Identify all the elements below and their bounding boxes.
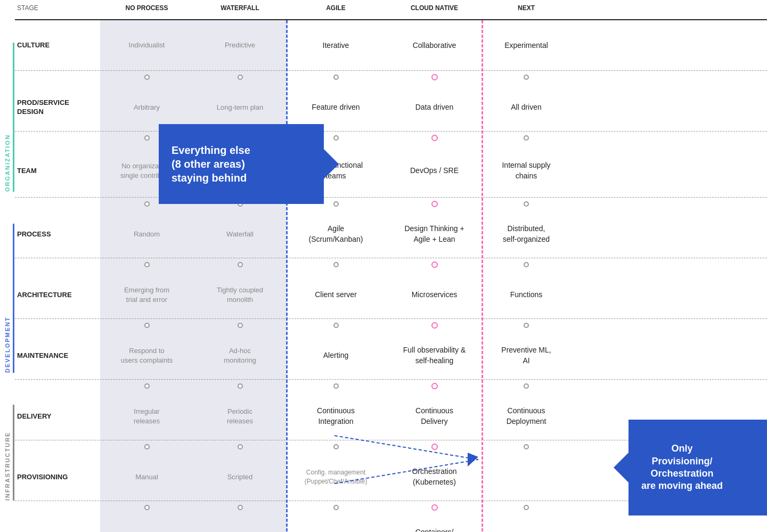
- maint-cloud-native: Full observability &self-healing: [385, 341, 484, 370]
- culture-label: CULTURE: [15, 37, 100, 54]
- next-header: NEXT: [484, 0, 569, 16]
- prod-service-label: PROD/SERVICEDESIGN: [15, 94, 100, 121]
- prod-cloud-native: Data driven: [385, 98, 484, 117]
- popup-left-line3: staying behind: [172, 171, 250, 185]
- side-label-development: DEVELOPMENT: [4, 224, 14, 373]
- prov-waterfall: Scripted: [193, 468, 287, 486]
- prov-agile: Config. management(Puppet/Chef/Ansible): [287, 464, 385, 490]
- team-cloud-native: DevOps / SRE: [385, 161, 484, 181]
- delivery-next: ContinuousDeployment: [484, 402, 569, 431]
- maint-agile: Alerting: [287, 346, 385, 365]
- dot-row-6: [15, 380, 767, 392]
- prod-waterfall: Long-term plan: [193, 99, 287, 117]
- architecture-label: ARCHITECTURE: [15, 287, 100, 304]
- cloud-native-divider-line: [482, 20, 483, 532]
- dot-row-4: [15, 258, 767, 271]
- delivery-agile: ContinuousIntegration: [287, 402, 385, 431]
- prov-cloud-native: Orchestration(Kubernetes): [385, 462, 484, 492]
- delivery-label: DELIVERY: [15, 408, 100, 425]
- maintenance-row: MAINTENANCE Respond tousers complaints A…: [15, 332, 767, 380]
- delivery-cloud-native: ContinuousDelivery: [385, 402, 484, 431]
- arch-agile: Client server: [287, 285, 385, 305]
- prov-next: [484, 473, 569, 481]
- process-next: Distributed,self-organized: [484, 219, 569, 249]
- process-waterfall: Waterfall: [193, 225, 287, 243]
- popup-left-line1: Everything else: [172, 143, 250, 157]
- stage-header: Stage: [15, 0, 100, 16]
- delivery-no-process: Irregularreleases: [100, 403, 193, 430]
- infra-waterfall: Multiple servers: [193, 529, 287, 532]
- process-cloud-native: Design Thinking +Agile + Lean: [385, 219, 484, 249]
- waterfall-header: WATERFALL: [193, 0, 287, 16]
- side-label-infrastructure: INFRASTRUCTURE: [4, 405, 14, 501]
- arch-no-process: Emerging fromtrial and error: [100, 281, 193, 309]
- agile-divider-line: [286, 20, 288, 532]
- prod-agile: Feature driven: [287, 98, 385, 117]
- only-provisioning-popup: Only Provisioning/ Orchestration are mov…: [629, 420, 767, 515]
- dot-row-2: [15, 132, 767, 144]
- popup-right-line4: are moving ahead: [641, 480, 723, 492]
- popup-right-line3: Orchestration: [641, 468, 723, 480]
- culture-row: CULTURE Individualist Predictive Iterati…: [15, 20, 767, 71]
- popup-left-line2: (8 other areas): [172, 157, 250, 171]
- culture-cloud-native: Collaborative: [385, 36, 484, 55]
- cloud-native-header: CLOUD NATIVE: [385, 0, 484, 16]
- arch-waterfall: Tightly coupledmonolith: [193, 281, 287, 309]
- culture-next: Experimental: [484, 36, 569, 55]
- infra-no-process: Single server: [100, 529, 193, 532]
- team-label: TEAM: [15, 162, 100, 180]
- header-row: Stage NO PROCESS WATERFALL AGILE CLOUD N…: [15, 0, 767, 20]
- popup-right-line1: Only: [641, 443, 723, 455]
- popup-right-line2: Provisioning/: [641, 455, 723, 468]
- team-next: Internal supplychains: [484, 156, 569, 185]
- arch-cloud-native: Microservices: [385, 285, 484, 305]
- everything-else-popup: Everything else (8 other areas) staying …: [159, 124, 324, 204]
- process-label: PROCESS: [15, 226, 100, 243]
- no-process-header: NO PROCESS: [100, 0, 193, 16]
- process-no-process: Random: [100, 225, 193, 243]
- maint-no-process: Respond tousers complaints: [100, 342, 193, 370]
- prod-next: All driven: [484, 98, 569, 117]
- provisioning-label: PROVISIONING: [15, 469, 100, 486]
- infrastructure-row: INFRASTRUCTURE Single server Multiple se…: [15, 514, 767, 532]
- agile-header: AGILE: [287, 0, 385, 16]
- prov-no-process: Manual: [100, 468, 193, 486]
- infra-cloud-native: Containers/hybrid cloud (ca...: [385, 523, 484, 532]
- process-row: PROCESS Random Waterfall Agile(Scrum/Kan…: [15, 210, 767, 258]
- architecture-row: ARCHITECTURE Emerging fromtrial and erro…: [15, 271, 767, 319]
- dot-row-3: [15, 198, 767, 210]
- maint-next: Preventive ML,AI: [484, 341, 569, 370]
- infra-agile: VMs (pets): [287, 528, 385, 532]
- arch-next: Functions: [484, 285, 569, 305]
- process-agile: Agile(Scrum/Kanban): [287, 219, 385, 249]
- side-label-organization: ORGANIZATION: [4, 43, 14, 192]
- culture-agile: Iterative: [287, 36, 385, 55]
- dot-row-1: [15, 71, 767, 84]
- prod-no-process: Arbitrary: [100, 99, 193, 117]
- prod-service-row: PROD/SERVICEDESIGN Arbitrary Long-term p…: [15, 84, 767, 132]
- delivery-waterfall: Periodicreleases: [193, 403, 287, 430]
- maintenance-label: MAINTENANCE: [15, 347, 100, 365]
- maint-waterfall: Ad-hocmonitoring: [193, 342, 287, 370]
- dot-row-5: [15, 319, 767, 332]
- culture-no-process: Individualist: [100, 36, 193, 54]
- culture-waterfall: Predictive: [193, 36, 287, 54]
- team-row: TEAM No organization,single contributor …: [15, 144, 767, 198]
- infrastructure-label: INFRASTRUCTURE: [15, 529, 100, 532]
